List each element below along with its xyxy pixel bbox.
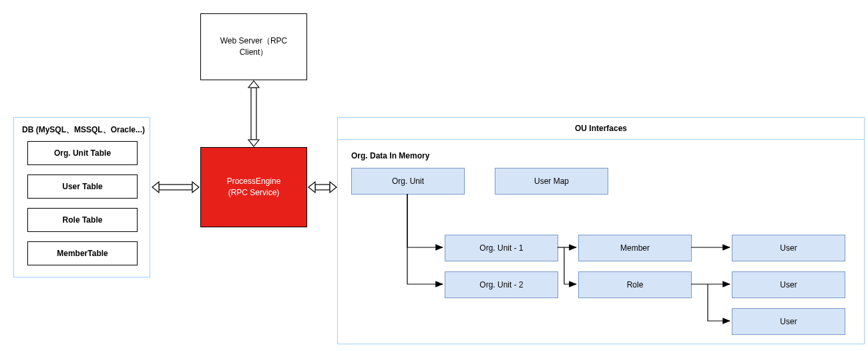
svg-marker-8 [330, 182, 337, 193]
diagram-canvas: Web Server（RPC Client） DB (MySQL、MSSQL、O… [0, 0, 868, 351]
node-user-a: User [732, 235, 845, 261]
node-label: User [780, 280, 797, 289]
node-role: Role [578, 271, 692, 298]
db-table-label: User Table [62, 182, 102, 191]
svg-marker-1 [248, 81, 259, 88]
node-label: Org. Unit - 2 [479, 280, 523, 289]
ou-subtitle: Org. Data In Memory [351, 151, 429, 160]
node-member: Member [578, 235, 692, 261]
node-user-map: User Map [495, 168, 608, 195]
node-label: User [780, 317, 797, 326]
process-engine-box: ProcessEngine (RPC Service) [200, 147, 307, 227]
node-label: Member [620, 243, 650, 253]
svg-rect-0 [251, 88, 256, 140]
ou-interfaces-title: OU Interfaces [575, 124, 627, 133]
node-label: Role [627, 280, 644, 289]
process-engine-label: ProcessEngine (RPC Service) [227, 176, 281, 199]
ou-interfaces-panel: OU Interfaces Org. Data In Memory Org. U… [337, 117, 865, 344]
process-engine-line2: (RPC Service) [228, 188, 280, 197]
svg-marker-5 [192, 182, 199, 193]
svg-marker-7 [308, 182, 315, 193]
db-table-member: MemberTable [27, 241, 138, 265]
web-server-label: Web Server（RPC Client） [208, 35, 300, 58]
db-table-label: MemberTable [57, 249, 107, 258]
db-title: DB (MySQL、MSSQL、Oracle...) [22, 124, 145, 136]
db-table-label: Org. Unit Table [54, 148, 111, 158]
node-label: Org. Unit - 1 [479, 243, 523, 253]
db-table-label: Role Table [63, 215, 103, 225]
db-panel: DB (MySQL、MSSQL、Oracle...) Org. Unit Tab… [13, 117, 150, 277]
web-server-box: Web Server（RPC Client） [200, 13, 307, 80]
db-table-role: Role Table [27, 208, 138, 232]
svg-marker-2 [248, 140, 259, 146]
svg-rect-6 [315, 185, 330, 190]
svg-marker-4 [152, 182, 159, 193]
ou-interfaces-title-bar: OU Interfaces [337, 117, 865, 140]
node-label: User [780, 243, 797, 253]
node-label: User Map [534, 177, 569, 186]
bi-arrow-db-processengine [152, 182, 199, 193]
svg-rect-3 [159, 185, 192, 190]
node-org-unit-1: Org. Unit - 1 [445, 235, 558, 261]
node-label: Org. Unit [392, 177, 424, 186]
node-org-unit: Org. Unit [351, 168, 465, 195]
process-engine-line1: ProcessEngine [227, 177, 281, 186]
node-user-c: User [732, 308, 845, 335]
node-user-b: User [732, 271, 845, 298]
bi-arrow-processengine-ou [308, 182, 337, 193]
db-table-org-unit: Org. Unit Table [27, 141, 138, 165]
db-table-user: User Table [27, 174, 138, 199]
bi-arrow-webserver-processengine [248, 81, 259, 146]
node-org-unit-2: Org. Unit - 2 [445, 271, 558, 298]
